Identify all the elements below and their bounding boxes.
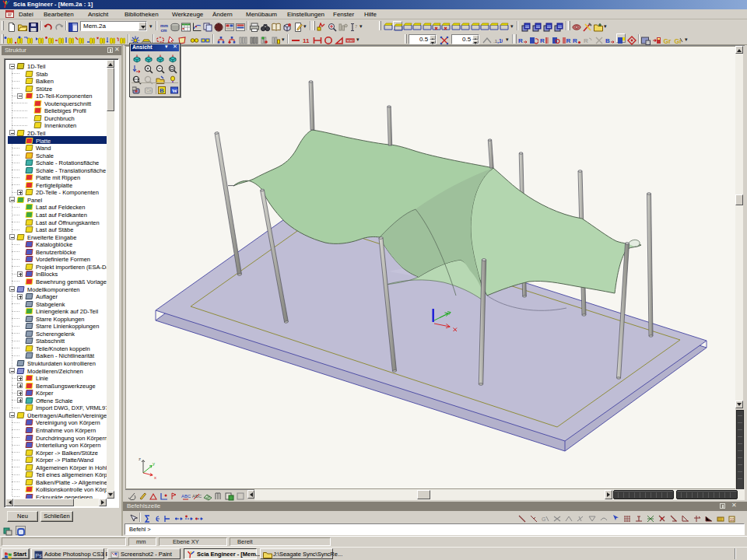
- svg-text:10: 10: [730, 517, 735, 522]
- svg-text:Gr: Gr: [664, 37, 672, 45]
- svg-text:R: R: [566, 37, 571, 44]
- svg-text:cm: cm: [161, 28, 167, 33]
- svg-text:x: x: [154, 475, 156, 480]
- svg-text:Ca: Ca: [146, 88, 152, 93]
- svg-text:B: B: [605, 37, 610, 44]
- svg-text:B: B: [160, 87, 164, 94]
- svg-text:R: R: [584, 37, 588, 44]
- svg-text:y: y: [153, 461, 155, 466]
- svg-text:Ps: Ps: [36, 552, 43, 558]
- svg-text:R: R: [540, 37, 545, 44]
- svg-text:W: W: [172, 88, 177, 94]
- svg-text:R: R: [518, 37, 523, 44]
- svg-text:z: z: [139, 457, 141, 461]
- svg-text:ABC: ABC: [181, 494, 191, 499]
- svg-text:R: R: [573, 37, 577, 44]
- svg-text:11: 11: [303, 37, 310, 44]
- svg-text:?: ?: [355, 23, 357, 30]
- svg-text:G: G: [542, 516, 545, 522]
- svg-text:,10: ,10: [497, 38, 503, 44]
